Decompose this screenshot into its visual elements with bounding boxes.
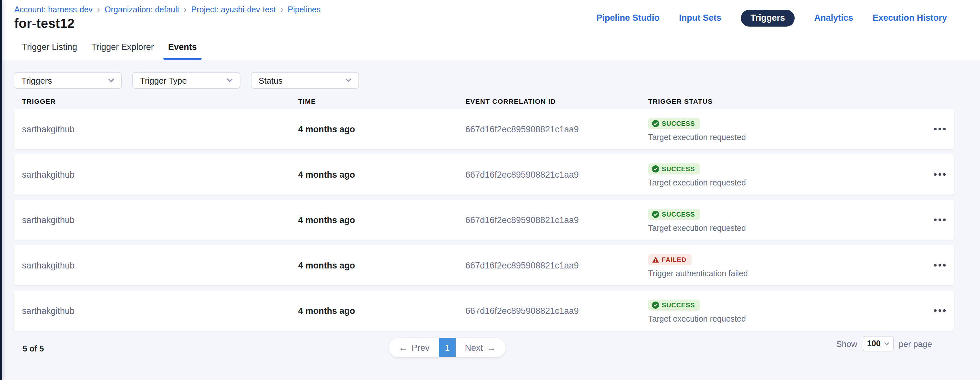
status-badge-label: SUCCESS <box>662 165 695 172</box>
tab-trigger-explorer[interactable]: Trigger Explorer <box>87 42 159 60</box>
status-badge-label: SUCCESS <box>662 120 695 127</box>
check-circle-icon <box>652 301 659 308</box>
results-count: 5 of 5 <box>23 344 44 353</box>
status-badge: SUCCESS <box>648 118 700 129</box>
filter-bar: Triggers Trigger Type Status <box>14 60 954 89</box>
page-size-control: Show 100 per page <box>836 336 932 351</box>
nav-analytics[interactable]: Analytics <box>814 10 853 27</box>
event-correlation-id: 667d16f2ec895908821c1aa9 <box>465 260 648 270</box>
breadcrumb-organization-link[interactable]: Organization: default <box>105 5 180 14</box>
event-correlation-id: 667d16f2ec895908821c1aa9 <box>465 169 648 179</box>
per-page-label: per page <box>899 339 932 348</box>
trigger-type-filter-dropdown[interactable]: Trigger Type <box>132 72 240 89</box>
trigger-status-cell: SUCCESS Target execution requested <box>648 291 926 331</box>
table-header: TRIGGER TIME EVENT CORRELATION ID TRIGGE… <box>14 97 954 105</box>
event-time: 4 months ago <box>298 306 465 316</box>
trigger-status-cell: SUCCESS Target execution requested <box>648 109 926 149</box>
status-detail-text: Target execution requested <box>648 224 926 233</box>
trigger-name: sarthakgithub <box>22 215 298 225</box>
table-row: sarthakgithub 4 months ago 667d16f2ec895… <box>14 245 954 285</box>
chevron-down-icon <box>108 78 114 82</box>
warning-triangle-icon <box>652 256 659 263</box>
breadcrumb: Account: harness-dev › Organization: def… <box>14 5 320 14</box>
status-detail-text: Target execution requested <box>648 133 926 142</box>
trigger-status-cell: FAILED Trigger authentication failed <box>648 245 926 285</box>
nav-pipeline-studio[interactable]: Pipeline Studio <box>596 10 660 27</box>
pager: Prev 1 Next <box>389 338 506 357</box>
event-time: 4 months ago <box>298 169 465 179</box>
status-detail-text: Target execution requested <box>648 178 926 187</box>
triggers-filter-dropdown[interactable]: Triggers <box>14 72 122 89</box>
check-circle-icon <box>652 120 659 127</box>
status-filter-dropdown[interactable]: Status <box>251 72 359 89</box>
trigger-status-cell: SUCCESS Target execution requested <box>648 154 926 195</box>
nav-execution-history[interactable]: Execution History <box>872 10 947 27</box>
pipeline-nav: Pipeline Studio Input Sets Triggers Anal… <box>596 10 947 27</box>
three-dots-menu-icon <box>934 128 946 131</box>
trigger-name: sarthakgithub <box>22 260 298 270</box>
status-badge-label: SUCCESS <box>662 211 695 217</box>
column-header-event-correlation-id: EVENT CORRELATION ID <box>465 97 648 105</box>
status-badge: SUCCESS <box>648 299 700 310</box>
event-correlation-id: 667d16f2ec895908821c1aa9 <box>465 215 648 225</box>
event-correlation-id: 667d16f2ec895908821c1aa9 <box>465 306 648 316</box>
trigger-type-filter-label: Trigger Type <box>140 75 187 85</box>
breadcrumb-pipelines-link[interactable]: Pipelines <box>288 5 320 14</box>
tab-trigger-listing[interactable]: Trigger Listing <box>18 42 82 60</box>
column-header-trigger-status: TRIGGER STATUS <box>648 97 926 105</box>
collapsed-sidebar-edge <box>0 0 2 380</box>
nav-input-sets[interactable]: Input Sets <box>679 10 721 27</box>
trigger-tabs: Trigger Listing Trigger Explorer Events <box>18 42 201 60</box>
trigger-name: sarthakgithub <box>22 124 298 134</box>
column-header-time: TIME <box>298 97 465 105</box>
status-badge-label: SUCCESS <box>662 301 695 308</box>
chevron-right-icon: › <box>97 5 100 13</box>
event-time: 4 months ago <box>298 124 465 134</box>
events-table: sarthakgithub 4 months ago 667d16f2ec895… <box>14 109 954 331</box>
breadcrumb-project-link[interactable]: Project: ayushi-dev-test <box>191 5 276 14</box>
table-row: sarthakgithub 4 months ago 667d16f2ec895… <box>14 154 954 195</box>
row-options-button[interactable] <box>926 154 954 195</box>
trigger-name: sarthakgithub <box>22 306 298 316</box>
three-dots-menu-icon <box>934 309 946 312</box>
page-title: for-test12 <box>14 16 75 31</box>
page-size-value: 100 <box>867 339 880 348</box>
page-header: Account: harness-dev › Organization: def… <box>0 0 980 60</box>
chevron-down-icon <box>227 78 233 82</box>
table-row: sarthakgithub 4 months ago 667d16f2ec895… <box>14 109 954 149</box>
prev-page-button[interactable]: Prev <box>389 342 439 353</box>
chevron-down-icon <box>884 342 889 345</box>
page-size-select[interactable]: 100 <box>862 336 894 351</box>
events-content: Triggers Trigger Type Status TRIGGER TIM… <box>0 60 980 380</box>
tab-events[interactable]: Events <box>164 42 202 60</box>
check-circle-icon <box>652 165 659 172</box>
chevron-right-icon: › <box>184 5 187 13</box>
nav-triggers[interactable]: Triggers <box>741 10 795 27</box>
three-dots-menu-icon <box>934 173 946 176</box>
event-time: 4 months ago <box>298 260 465 270</box>
check-circle-icon <box>652 211 659 217</box>
three-dots-menu-icon <box>934 264 946 267</box>
status-filter-label: Status <box>259 75 283 85</box>
show-label: Show <box>836 339 857 348</box>
three-dots-menu-icon <box>934 219 946 222</box>
pagination-bar: 5 of 5 Prev 1 Next Show 100 per page <box>14 331 954 380</box>
row-options-button[interactable] <box>926 200 954 240</box>
status-badge: FAILED <box>648 254 692 265</box>
status-badge: SUCCESS <box>648 209 700 219</box>
status-badge-label: FAILED <box>662 256 686 263</box>
row-options-button[interactable] <box>926 245 954 285</box>
event-correlation-id: 667d16f2ec895908821c1aa9 <box>465 124 648 134</box>
triggers-filter-label: Triggers <box>21 75 52 85</box>
row-options-button[interactable] <box>926 109 954 149</box>
next-page-button[interactable]: Next <box>456 342 506 353</box>
chevron-right-icon: › <box>280 5 283 13</box>
event-time: 4 months ago <box>298 215 465 225</box>
trigger-name: sarthakgithub <box>22 169 298 179</box>
breadcrumb-account-link[interactable]: Account: harness-dev <box>14 5 93 14</box>
trigger-status-cell: SUCCESS Target execution requested <box>648 200 926 240</box>
chevron-down-icon <box>345 78 351 82</box>
status-detail-text: Trigger authentication failed <box>648 269 926 278</box>
row-options-button[interactable] <box>926 291 954 331</box>
page-1-button[interactable]: 1 <box>439 338 456 357</box>
